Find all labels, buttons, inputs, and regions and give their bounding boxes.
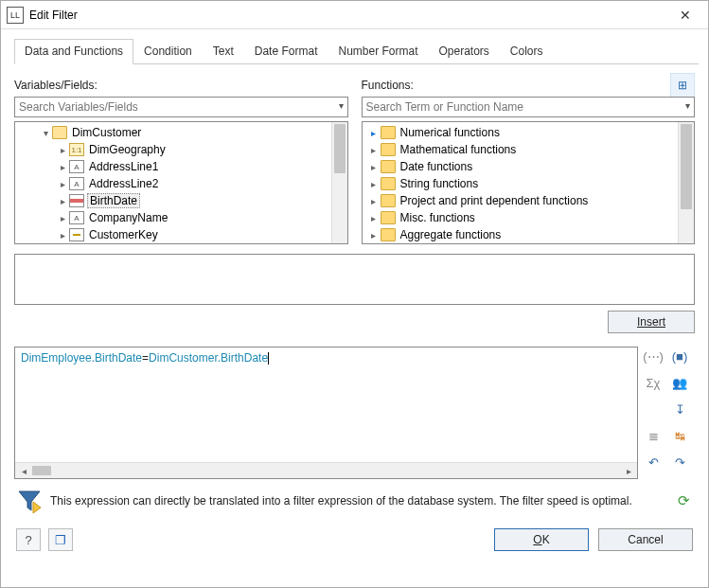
tree-item[interactable]: ▸Misc. functions <box>363 209 679 226</box>
tab-strip: Data and FunctionsConditionTextDate Form… <box>14 39 699 64</box>
help-button[interactable]: ? <box>16 528 41 551</box>
functions-search-input[interactable]: Search Term or Function Name ▾ <box>362 97 696 117</box>
tool-parentheses-icon[interactable]: (⋯) <box>644 347 663 365</box>
expand-icon[interactable]: ▸ <box>57 145 68 155</box>
tool-users-icon[interactable]: 👥 <box>670 373 689 392</box>
tab-number-format[interactable]: Number Format <box>328 39 428 64</box>
tree-item[interactable]: ▸Mathematical functions <box>363 141 679 158</box>
tree-item[interactable]: ▸String functions <box>363 175 679 192</box>
window-title: Edit Filter <box>29 9 665 22</box>
tree-item-label: Numerical functions <box>399 126 502 139</box>
tree-item[interactable]: ▸BirthDate <box>15 192 331 209</box>
tab-condition[interactable]: Condition <box>133 39 203 64</box>
collapse-icon[interactable]: ▾ <box>40 128 51 138</box>
variables-search-placeholder: Search Variables/Fields <box>19 100 138 114</box>
tree-item-label: DimGeography <box>87 143 168 156</box>
expand-icon[interactable]: ▸ <box>57 230 68 241</box>
variables-panel: Variables/Fields: Search Variables/Field… <box>14 76 348 244</box>
tool-wrap-icon[interactable]: ↧ <box>670 400 689 419</box>
text-field-icon: A <box>69 177 84 190</box>
redo-icon[interactable]: ↷ <box>670 453 689 472</box>
variables-tree[interactable]: ▾DimCustomer▸1:1DimGeography▸AAddressLin… <box>14 121 348 244</box>
tree-item-label: String functions <box>399 177 481 190</box>
expand-icon[interactable]: ▸ <box>57 162 68 172</box>
close-button[interactable]: ✕ <box>665 2 706 28</box>
tree-item-label: AddressLine1 <box>87 160 160 173</box>
expression-tool-palette: (⋯) (■) Σχ 👥 ↧ ≣ ↹ ↶ ↷ <box>644 347 695 479</box>
svg-marker-1 <box>33 502 41 513</box>
tab-colors[interactable]: Colors <box>500 39 554 64</box>
text-field-icon: A <box>69 160 84 173</box>
tree-item-label: Aggregate functions <box>399 228 504 241</box>
folder-icon <box>381 160 396 173</box>
windows-button[interactable]: ❐ <box>48 528 73 551</box>
variables-heading: Variables/Fields: <box>14 79 97 92</box>
text-field-icon: A <box>69 211 84 224</box>
tree-item[interactable]: ▸Numerical functions <box>363 124 679 141</box>
variables-search-input[interactable]: Search Variables/Fields ▾ <box>14 97 348 117</box>
expand-icon[interactable]: ▸ <box>57 196 68 206</box>
expand-icon[interactable]: ▸ <box>368 196 380 206</box>
expand-icon[interactable]: ▸ <box>368 213 380 223</box>
functions-panel: Functions: ⊞ Search Term or Function Nam… <box>362 76 696 244</box>
expression-editor[interactable]: DimEmployee.BirthDate=DimCustomer.BirthD… <box>14 347 638 479</box>
ok-button[interactable]: OK <box>494 528 589 551</box>
scroll-left-icon[interactable]: ◂ <box>17 466 30 476</box>
variables-scrollbar[interactable] <box>331 122 347 243</box>
expand-icon[interactable]: ▸ <box>368 162 380 172</box>
expand-icon[interactable]: ▸ <box>57 213 68 223</box>
tree-item-label: Project and print dependent functions <box>399 194 591 207</box>
titlebar: LL Edit Filter ✕ <box>1 1 708 29</box>
functions-tree[interactable]: ▸Numerical functions▸Mathematical functi… <box>362 121 696 244</box>
cancel-button[interactable]: Cancel <box>598 528 693 551</box>
functions-scrollbar[interactable] <box>678 122 694 243</box>
tree-item[interactable]: ▸Date functions <box>363 158 679 175</box>
tool-lines-icon[interactable]: ≣ <box>644 426 663 445</box>
expand-icon[interactable]: ▸ <box>57 179 68 189</box>
insert-button[interactable]: Insert <box>608 311 695 333</box>
expand-icon[interactable]: ▸ <box>368 179 380 189</box>
tree-item[interactable]: ▸Project and print dependent functions <box>363 192 679 209</box>
tab-data-and-functions[interactable]: Data and Functions <box>14 39 133 64</box>
folder-icon <box>381 126 396 139</box>
tree-item[interactable]: ▸AAddressLine1 <box>15 158 331 175</box>
status-text: This expression can directly be translat… <box>50 494 666 508</box>
tree-item-label: Mathematical functions <box>399 143 519 156</box>
ok-button-label: OK <box>533 533 549 546</box>
expand-icon[interactable]: ▸ <box>368 128 380 138</box>
tool-indent-icon[interactable]: ↹ <box>670 426 689 445</box>
undo-icon[interactable]: ↶ <box>644 453 663 472</box>
expand-icon[interactable]: ▸ <box>368 145 380 155</box>
tree-item[interactable]: ▸Aggregate functions <box>363 226 679 243</box>
tool-sum-icon[interactable]: Σχ <box>644 373 663 392</box>
refresh-icon[interactable]: ⟳ <box>674 491 693 510</box>
toolbar-grid-button[interactable]: ⊞ <box>670 73 695 98</box>
relation-icon: 1:1 <box>69 143 84 156</box>
date-field-icon <box>69 194 84 207</box>
scroll-right-icon[interactable]: ▸ <box>622 466 635 476</box>
app-icon: LL <box>7 7 24 24</box>
folder-icon <box>381 211 396 224</box>
folder-icon <box>381 177 396 190</box>
tab-text[interactable]: Text <box>203 39 244 64</box>
dialog-footer: ? ❐ OK Cancel <box>14 528 695 551</box>
tree-item[interactable]: ▸ACompanyName <box>15 209 331 226</box>
tab-operators[interactable]: Operators <box>429 39 500 64</box>
chevron-down-icon: ▾ <box>339 100 344 111</box>
tab-date-format[interactable]: Date Format <box>244 39 328 64</box>
expression-hscrollbar[interactable]: ◂ ▸ <box>15 462 637 478</box>
tree-item-label: DimCustomer <box>70 126 143 139</box>
tool-braces-icon[interactable]: (■) <box>670 347 689 365</box>
functions-heading: Functions: <box>362 79 414 92</box>
tree-item[interactable]: ▾DimCustomer <box>15 124 331 141</box>
chevron-down-icon: ▾ <box>685 100 690 111</box>
tree-item-label: Date functions <box>399 160 475 173</box>
tree-item[interactable]: ▸AAddressLine2 <box>15 175 331 192</box>
cancel-button-label: Cancel <box>628 533 663 546</box>
tree-item[interactable]: ▸1:1DimGeography <box>15 141 331 158</box>
tree-item[interactable]: ▸CustomerKey <box>15 226 331 243</box>
functions-search-placeholder: Search Term or Function Name <box>366 100 524 114</box>
tree-item-label: AddressLine2 <box>87 177 160 190</box>
folder-icon <box>381 228 396 241</box>
expand-icon[interactable]: ▸ <box>368 230 380 241</box>
